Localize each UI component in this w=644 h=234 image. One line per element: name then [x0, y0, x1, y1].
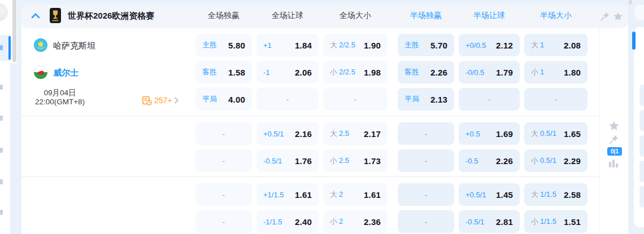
odds-cell[interactable]: -0/0.51.79: [459, 61, 520, 83]
selection-label: -0.5/1: [465, 218, 484, 226]
odds-cell[interactable]: 主胜5.70: [398, 34, 454, 56]
favorite-league-button[interactable]: [613, 11, 623, 21]
odds-cell[interactable]: -: [398, 183, 454, 206]
league-title[interactable]: 世界杯2026欧洲资格赛: [68, 11, 154, 21]
odds-cell[interactable]: -: [398, 149, 454, 172]
odds-cell[interactable]: -: [195, 122, 252, 145]
odds-cell[interactable]: 小2.51.73: [323, 149, 388, 172]
odds-cell[interactable]: 大12.08: [524, 34, 588, 56]
odds-cell[interactable]: -: [323, 88, 388, 111]
right-scrollbar-fragment: [629, 0, 632, 5]
odds-cell[interactable]: +0/0.52.12: [459, 34, 520, 56]
odds-cell[interactable]: 大2/2.51.90: [323, 34, 388, 56]
odds-cell[interactable]: +11.84: [256, 34, 319, 56]
column-header-ht-handicap[interactable]: 半场让球: [454, 11, 524, 20]
column-header-ht-1x2[interactable]: 半场独赢: [393, 11, 459, 20]
odds-cell[interactable]: -1/1.52.40: [256, 210, 319, 233]
odds-value: 2.16: [295, 129, 312, 139]
match-datetime: 09月04日 22:00(GMT+8): [23, 89, 97, 107]
odds-value: 4.00: [228, 95, 245, 104]
over-under-prefix: 大: [330, 129, 337, 139]
kazakhstan-flag-icon: [34, 38, 47, 54]
odds-cell[interactable]: 平局2.13: [398, 88, 454, 111]
odds-empty-value: -: [404, 191, 447, 199]
odds-handicap-label: -0.5/1: [263, 157, 282, 165]
score-badge[interactable]: 0|1: [607, 147, 622, 156]
column-header-ft-1x2[interactable]: 全场独赢: [191, 11, 256, 20]
odds-handicap-label: +0.5/1: [465, 191, 486, 199]
odds-cell[interactable]: 小1/1.51.51: [524, 210, 588, 233]
odds-cell[interactable]: -: [398, 210, 454, 233]
column-header-ft-handicap[interactable]: 全场让球: [252, 11, 323, 20]
collapse-league-button[interactable]: [31, 11, 40, 18]
over-under-prefix: 大: [330, 189, 337, 200]
odds-value: 1.98: [364, 68, 381, 77]
odds-cell[interactable]: -0.5/11.76: [256, 149, 319, 172]
odds-cell[interactable]: 小0.5/12.29: [524, 149, 588, 172]
away-team-name[interactable]: 威尔士: [53, 68, 79, 78]
selection-label: 平局: [404, 94, 419, 104]
odds-cell[interactable]: +0.5/12.16: [256, 122, 319, 145]
favorite-match-button[interactable]: [608, 120, 621, 131]
sidebar-text-fragment: [0, 148, 3, 153]
odds-cell[interactable]: -12.06: [256, 61, 319, 83]
odds-cell[interactable]: +1/1.51.61: [256, 183, 319, 206]
over-under-prefix: 大: [531, 189, 538, 200]
odds-handicap-label: 大2.5: [330, 129, 349, 139]
odds-value: 5.80: [228, 41, 245, 50]
odds-cell[interactable]: -: [195, 149, 252, 172]
more-markets-count: 257+: [154, 96, 172, 105]
right-panel-fragment: [635, 5, 644, 20]
odds-value: 1.80: [564, 68, 581, 77]
odds-empty-value: -: [531, 95, 581, 104]
odds-handicap-label: 主胜: [202, 40, 217, 50]
odds-handicap-label: -1/1.5: [263, 218, 282, 226]
odds-cell[interactable]: 客胜1.58: [195, 61, 252, 83]
odds-cell[interactable]: -: [195, 183, 252, 206]
stats-button[interactable]: [608, 159, 621, 170]
over-under-prefix: 小: [531, 156, 538, 166]
odds-cell[interactable]: 大2.52.17: [323, 122, 388, 145]
odds-handicap-label: 平局: [202, 94, 217, 104]
right-panel-item-fragment: [639, 110, 644, 131]
right-panel-item-fragment: [639, 161, 644, 182]
pin-league-button[interactable]: [600, 11, 610, 21]
selection-label: 主胜: [202, 40, 217, 50]
odds-empty-value: -: [202, 130, 245, 138]
odds-cell[interactable]: -: [398, 122, 454, 145]
odds-cell[interactable]: 客胜2.26: [398, 61, 454, 83]
odds-cell[interactable]: -: [256, 88, 319, 111]
odds-cell[interactable]: 小11.80: [524, 61, 588, 83]
odds-cell[interactable]: +0.51.69: [459, 122, 520, 145]
odds-cell[interactable]: +0.5/11.45: [459, 183, 520, 206]
odds-handicap-label: -0/0.5: [465, 68, 484, 77]
odds-handicap-label: 大0.5/1: [531, 129, 556, 139]
odds-cell[interactable]: -0.5/12.81: [459, 210, 520, 233]
odds-handicap-label: 主胜: [404, 40, 419, 50]
odds-value: 1.65: [564, 129, 581, 139]
selection-label: 客胜: [404, 67, 419, 77]
odds-cell[interactable]: 小2/2.51.98: [323, 61, 388, 83]
odds-cell[interactable]: 小22.36: [323, 210, 388, 233]
odds-cell[interactable]: 主胜5.80: [195, 34, 252, 56]
selection-label: -0.5: [465, 157, 478, 165]
block-separator: [21, 116, 599, 116]
star-icon: [608, 123, 620, 133]
odds-cell[interactable]: 大1/1.52.58: [524, 183, 588, 206]
odds-cell[interactable]: 平局4.00: [195, 88, 252, 111]
over-under-prefix: 大: [531, 129, 538, 139]
home-team-name[interactable]: 哈萨克斯坦: [53, 41, 95, 51]
odds-cell[interactable]: -: [524, 88, 588, 111]
pin-match-button[interactable]: [608, 134, 621, 145]
odds-cell[interactable]: -0.52.26: [459, 149, 520, 172]
column-header-ht-overunder[interactable]: 半场大小: [520, 11, 592, 20]
handicap-line: 2: [339, 190, 343, 198]
odds-cell[interactable]: 大0.5/11.65: [524, 122, 588, 145]
sidebar-scrollbar-thumb[interactable]: [12, 0, 16, 62]
more-markets-link[interactable]: 257+: [142, 95, 179, 105]
odds-cell[interactable]: -: [195, 210, 252, 233]
selection-label: +1: [263, 41, 272, 50]
column-header-ft-overunder[interactable]: 全场大小: [319, 11, 392, 20]
odds-cell[interactable]: 大21.61: [323, 183, 388, 206]
odds-cell[interactable]: -: [459, 88, 520, 111]
